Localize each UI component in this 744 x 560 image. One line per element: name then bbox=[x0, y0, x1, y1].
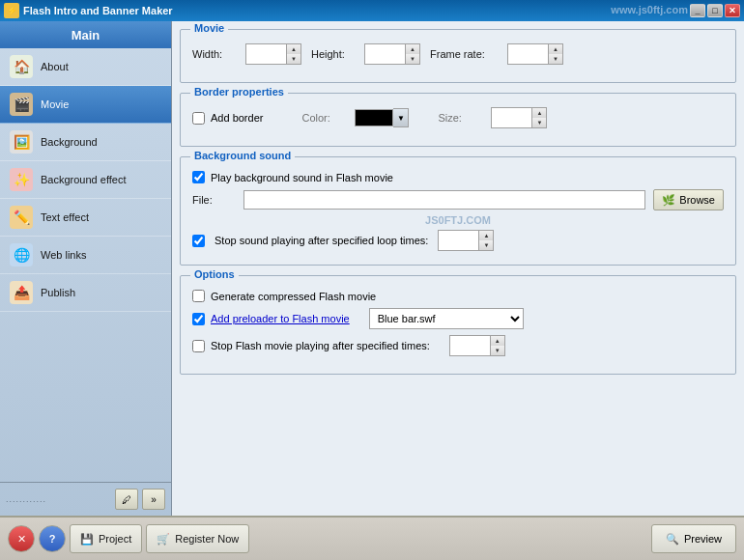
color-dropdown-button[interactable]: ▼ bbox=[393, 108, 409, 127]
options-section-title: Options bbox=[190, 268, 239, 280]
preloader-checkbox[interactable] bbox=[192, 313, 205, 325]
sidebar-pencil-icon: 🖊 bbox=[122, 494, 131, 505]
magnifier-icon: 🔍 bbox=[666, 533, 679, 546]
options-section: Options Generate compressed Flash movie … bbox=[180, 275, 736, 375]
cart-icon: 🛒 bbox=[157, 533, 170, 546]
width-input[interactable]: 400 bbox=[246, 44, 287, 64]
sidebar-label-bg-effect: Background effect bbox=[41, 174, 126, 185]
window-controls: www.js0ftj.com _ □ ✕ bbox=[611, 4, 740, 17]
main-panel: Movie Width: 400 ▲ ▼ Height: bbox=[172, 21, 744, 516]
movie-section: Movie Width: 400 ▲ ▼ Height: bbox=[180, 29, 736, 83]
web-links-icon: 🌐 bbox=[10, 243, 33, 266]
frame-rate-down-button[interactable]: ▼ bbox=[549, 54, 562, 64]
play-bg-sound-label: Play background sound in Flash movie bbox=[211, 172, 393, 183]
color-box[interactable] bbox=[355, 109, 393, 126]
browse-button[interactable]: 🌿 Browse bbox=[653, 189, 724, 210]
help-icon: ? bbox=[49, 533, 56, 545]
preloader-label: Add preloader to Flash movie bbox=[211, 313, 350, 324]
border-section: Border properties Add border Color: ▼ Si… bbox=[180, 93, 736, 147]
height-up-button[interactable]: ▲ bbox=[406, 44, 419, 54]
stop-times-input[interactable]: 1 bbox=[450, 336, 491, 355]
stop-times-down-button[interactable]: ▼ bbox=[491, 346, 504, 355]
bg-effect-icon: ✨ bbox=[10, 168, 33, 191]
sidebar-label-movie: Movie bbox=[41, 98, 69, 110]
sidebar-item-movie[interactable]: 🎬 Movie bbox=[0, 86, 171, 124]
minimize-button[interactable]: _ bbox=[690, 4, 705, 17]
title-bar: ⚡ Flash Intro and Banner Maker www.js0ft… bbox=[0, 0, 744, 21]
border-size-down-button[interactable]: ▼ bbox=[532, 118, 546, 127]
bg-sound-section-title: Background sound bbox=[190, 150, 295, 161]
preview-button[interactable]: 🔍 Preview bbox=[651, 524, 736, 553]
bg-sound-section: Background sound Play background sound i… bbox=[180, 156, 736, 266]
sidebar-item-text-effect[interactable]: ✏️ Text effect bbox=[0, 199, 171, 237]
border-size-up-button[interactable]: ▲ bbox=[532, 108, 546, 118]
color-label: Color: bbox=[301, 112, 345, 124]
compress-checkbox[interactable] bbox=[192, 290, 205, 302]
preloader-select[interactable]: Blue bar.swf Red bar.swf Green bar.swf bbox=[369, 308, 524, 329]
sidebar-item-background[interactable]: 🖼️ Background bbox=[0, 124, 171, 161]
border-section-title: Border properties bbox=[190, 86, 288, 98]
app-icon: ⚡ bbox=[4, 3, 19, 18]
project-label: Project bbox=[99, 533, 131, 545]
bottom-bar: ✕ ? 💾 Project 🛒 Register Now 🔍 Preview bbox=[0, 516, 744, 560]
border-size-spinner: 1 ▲ ▼ bbox=[491, 107, 547, 128]
stop-times-spinner: 1 ▲ ▼ bbox=[449, 335, 505, 356]
stop-times-up-button[interactable]: ▲ bbox=[491, 336, 504, 346]
close-button[interactable]: ✕ bbox=[725, 4, 740, 17]
color-picker-group: ▼ bbox=[355, 108, 409, 127]
compress-label: Generate compressed Flash movie bbox=[211, 291, 376, 302]
file-path-input[interactable]: E:\music\Brave Heart.mp3 bbox=[243, 190, 645, 210]
close-button[interactable]: ✕ bbox=[8, 525, 35, 552]
sidebar-item-background-effect[interactable]: ✨ Background effect bbox=[0, 161, 171, 199]
sidebar-arrow-button[interactable]: » bbox=[142, 489, 165, 510]
folder-icon: 🌿 bbox=[662, 194, 675, 207]
frame-rate-up-button[interactable]: ▲ bbox=[549, 44, 562, 54]
sidebar-item-web-links[interactable]: 🌐 Web links bbox=[0, 237, 171, 274]
loop-down-button[interactable]: ▼ bbox=[479, 240, 493, 250]
text-effect-icon: ✏️ bbox=[10, 206, 33, 229]
loop-count-spinner: 2 ▲ ▼ bbox=[438, 230, 494, 251]
frame-rate-label: Frame rate: bbox=[430, 48, 498, 60]
frame-rate-input[interactable]: 24 bbox=[508, 44, 549, 64]
background-icon: 🖼️ bbox=[10, 130, 33, 154]
close-icon: ✕ bbox=[17, 533, 26, 546]
play-bg-sound-checkbox[interactable] bbox=[192, 171, 205, 183]
height-down-button[interactable]: ▼ bbox=[406, 54, 419, 64]
file-watermark: JS0FTJ.COM bbox=[192, 214, 724, 226]
stop-flash-checkbox[interactable] bbox=[192, 340, 205, 352]
stop-loop-label: Stop sound playing after specified loop … bbox=[215, 235, 428, 246]
window-title: Flash Intro and Banner Maker bbox=[23, 5, 173, 16]
width-up-button[interactable]: ▲ bbox=[287, 44, 300, 54]
border-size-input[interactable]: 1 bbox=[492, 108, 532, 127]
stop-loop-checkbox[interactable] bbox=[192, 235, 205, 247]
help-button[interactable]: ? bbox=[39, 525, 66, 552]
frame-rate-spinner: 24 ▲ ▼ bbox=[507, 43, 563, 65]
width-spinner: 400 ▲ ▼ bbox=[245, 43, 301, 65]
add-border-label: Add border bbox=[211, 112, 263, 124]
height-spinner: 300 ▲ ▼ bbox=[364, 43, 420, 65]
save-icon: 💾 bbox=[80, 533, 94, 546]
sidebar-label-web-links: Web links bbox=[41, 249, 86, 261]
register-label: Register Now bbox=[175, 533, 239, 545]
project-button[interactable]: 💾 Project bbox=[70, 524, 142, 553]
preview-label: Preview bbox=[684, 533, 722, 545]
register-button[interactable]: 🛒 Register Now bbox=[146, 524, 249, 553]
sidebar-footer-dots: ............ bbox=[6, 494, 46, 504]
browse-label: Browse bbox=[679, 194, 715, 206]
height-label: Height: bbox=[311, 48, 355, 60]
add-border-checkbox[interactable] bbox=[192, 112, 205, 125]
sidebar-header: Main bbox=[0, 21, 171, 48]
watermark: www.js0ftj.com bbox=[611, 4, 688, 17]
sidebar-label-publish: Publish bbox=[41, 287, 75, 298]
sidebar-expand-button[interactable]: 🖊 bbox=[115, 489, 138, 510]
maximize-button[interactable]: □ bbox=[707, 4, 723, 17]
loop-count-input[interactable]: 2 bbox=[439, 231, 479, 250]
sidebar-item-publish[interactable]: 📤 Publish bbox=[0, 274, 171, 312]
publish-icon: 📤 bbox=[10, 281, 33, 304]
width-down-button[interactable]: ▼ bbox=[287, 54, 300, 64]
height-input[interactable]: 300 bbox=[365, 44, 406, 64]
sidebar-item-about[interactable]: 🏠 About bbox=[0, 48, 171, 86]
loop-up-button[interactable]: ▲ bbox=[479, 231, 493, 240]
stop-flash-label: Stop Flash movie playing after specified… bbox=[211, 340, 430, 351]
chevron-right-icon: » bbox=[151, 494, 157, 505]
